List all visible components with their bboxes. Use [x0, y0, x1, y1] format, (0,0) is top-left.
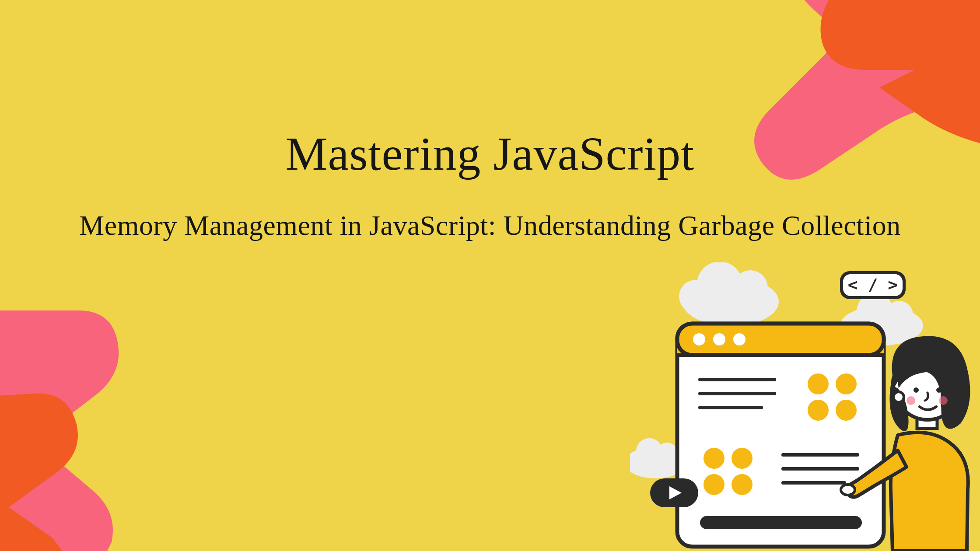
svg-point-25: [836, 400, 857, 421]
svg-point-24: [808, 400, 829, 421]
page-subtitle: Memory Management in JavaScript: Underst…: [0, 206, 980, 246]
svg-point-28: [704, 474, 724, 495]
svg-point-22: [808, 373, 829, 394]
svg-text:< / >: < / >: [848, 275, 898, 294]
svg-point-36: [841, 485, 855, 495]
cloud-icon: [679, 262, 779, 326]
svg-point-43: [939, 396, 948, 405]
svg-point-6: [885, 301, 913, 329]
svg-point-41: [936, 387, 942, 393]
play-icon: [650, 478, 698, 507]
svg-point-23: [836, 373, 857, 394]
svg-point-3: [679, 280, 712, 313]
svg-point-16: [693, 333, 705, 345]
illustration: < / >: [630, 262, 971, 551]
code-tag-icon: < / >: [840, 271, 906, 299]
svg-point-40: [914, 387, 919, 393]
svg-point-9: [657, 443, 678, 464]
svg-point-42: [906, 396, 915, 405]
corner-decoration-bottom-left: [0, 284, 223, 551]
svg-point-39: [893, 392, 904, 402]
svg-rect-33: [700, 516, 862, 529]
svg-point-18: [733, 333, 746, 345]
svg-point-2: [733, 270, 768, 305]
svg-point-29: [732, 474, 752, 495]
svg-point-27: [732, 448, 752, 469]
browser-window-icon: [677, 324, 884, 547]
svg-point-17: [713, 333, 725, 345]
svg-point-26: [704, 448, 724, 469]
page-title: Mastering JavaScript: [0, 127, 980, 181]
